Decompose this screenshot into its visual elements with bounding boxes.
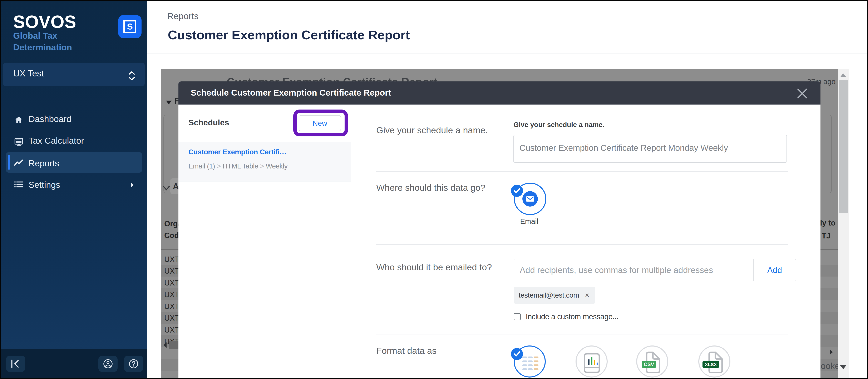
svg-text:CSV: CSV (644, 361, 654, 367)
svg-text:XLSX: XLSX (705, 362, 717, 367)
